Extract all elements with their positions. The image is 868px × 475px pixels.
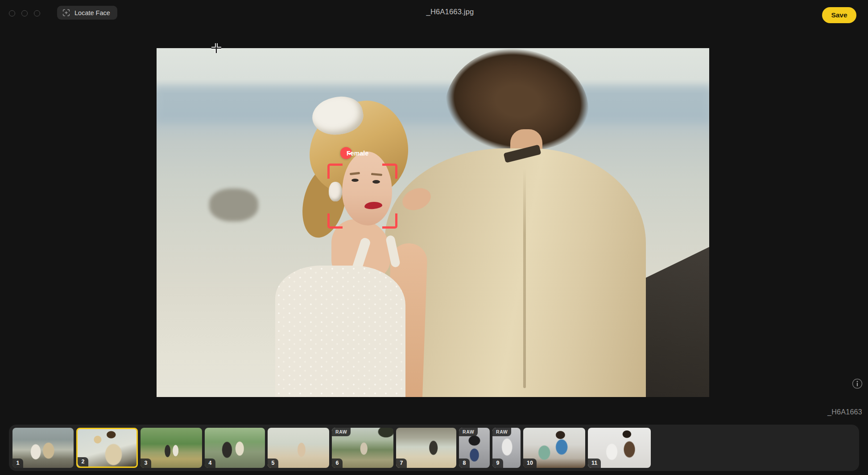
info-button[interactable]	[851, 378, 864, 390]
thumbnail-number-badge: 1	[12, 459, 23, 468]
bracket-corner-top-right	[382, 164, 397, 179]
window-controls	[9, 10, 40, 16]
bracket-corner-bottom-right	[382, 213, 397, 229]
filmstrip-thumbnail[interactable]: 5	[268, 428, 329, 468]
thumbnail-number-badge: 6	[332, 459, 343, 468]
window-control-zoom[interactable]	[34, 10, 40, 16]
filmstrip-thumbnail[interactable]: RAW 6	[332, 428, 393, 468]
raw-badge: RAW	[332, 428, 351, 436]
top-toolbar: Locate Face _H6A1663.jpg Save	[0, 0, 868, 25]
thumbnail-number-badge: 2	[78, 457, 88, 467]
filmstrip-thumbnail[interactable]: RAW 8	[459, 428, 490, 468]
gender-tag-dropdown[interactable]: Female	[340, 147, 352, 159]
thumbnail-number-badge: 4	[205, 459, 215, 468]
filmstrip-thumbnail[interactable]: 2	[76, 428, 138, 468]
bracket-corner-bottom-left	[327, 213, 343, 229]
photo-woman-dress	[275, 266, 405, 397]
filmstrip-thumbnail[interactable]: 7	[396, 428, 456, 468]
filmstrip-thumbnail[interactable]: 11	[588, 428, 651, 468]
raw-badge: RAW	[492, 428, 511, 436]
filmstrip-thumbnail[interactable]: 4	[205, 428, 265, 468]
window-title: _H6A1663.jpg	[361, 8, 539, 16]
thumbnail-number-badge: 7	[396, 459, 407, 468]
locate-face-icon	[62, 9, 70, 16]
filename-caption: _H6A1663	[827, 408, 862, 416]
thumbnail-number-badge: 11	[588, 459, 601, 468]
window-control-minimize[interactable]	[21, 10, 28, 16]
thumbnail-number-badge: 3	[141, 459, 151, 468]
filmstrip-thumbnail[interactable]: 1	[12, 428, 74, 468]
raw-badge: RAW	[459, 428, 478, 436]
cursor-crosshair	[211, 42, 222, 54]
bracket-corner-top-left	[327, 164, 343, 179]
filmstrip-thumbnail[interactable]: RAW 9	[492, 428, 521, 468]
locate-face-label: Locate Face	[74, 9, 110, 16]
filmstrip: 1 2 3 4 5 RAW 6 7 RAW 8 RAW 9 10 11	[9, 425, 859, 471]
chevron-down-icon	[347, 152, 352, 155]
thumbnail-number-badge: 9	[492, 459, 503, 468]
locate-face-button[interactable]: Locate Face	[57, 6, 117, 20]
photo-rock-middle	[209, 188, 258, 221]
filmstrip-thumbnail[interactable]: 3	[141, 428, 202, 468]
window-control-close[interactable]	[9, 10, 15, 16]
thumbnail-number-badge: 5	[268, 459, 278, 468]
photo-mountains	[157, 86, 709, 124]
thumbnail-number-badge: 8	[459, 459, 470, 468]
photo-canvas[interactable]: Female	[157, 48, 709, 397]
face-detection-bracket[interactable]	[327, 164, 397, 229]
filmstrip-thumbnail[interactable]: 10	[523, 428, 585, 468]
thumbnail-number-badge: 10	[523, 459, 537, 468]
save-button[interactable]: Save	[822, 7, 856, 23]
filmstrip-panel: 1 2 3 4 5 RAW 6 7 RAW 8 RAW 9 10 11	[9, 425, 859, 471]
